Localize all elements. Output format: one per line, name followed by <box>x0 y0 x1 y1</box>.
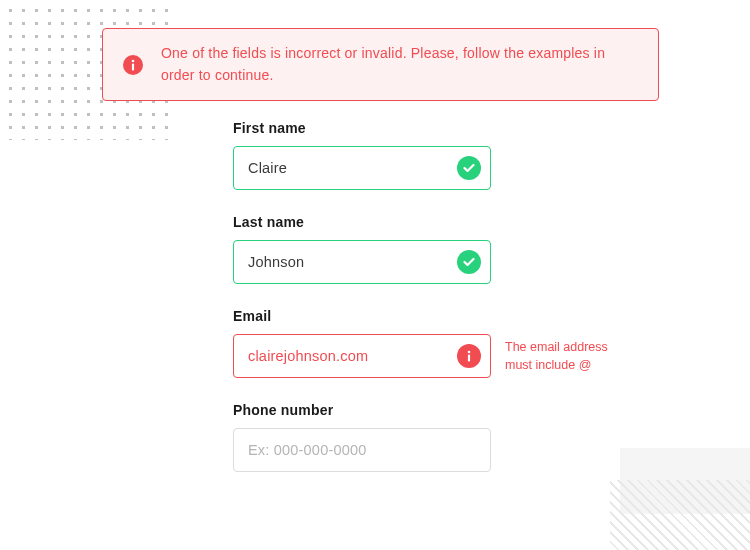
first-name-input[interactable] <box>233 146 491 190</box>
decorative-stripes <box>610 480 750 550</box>
check-icon <box>457 156 481 180</box>
info-icon <box>457 344 481 368</box>
form: First name Last name Email <box>233 120 633 496</box>
phone-label: Phone number <box>233 402 633 418</box>
field-phone: Phone number <box>233 402 633 472</box>
field-email: Email The email address must include @ <box>233 308 633 378</box>
svg-rect-3 <box>468 355 470 362</box>
check-icon <box>457 250 481 274</box>
first-name-input-wrap <box>233 146 491 190</box>
last-name-input-wrap <box>233 240 491 284</box>
email-input[interactable] <box>233 334 491 378</box>
last-name-input[interactable] <box>233 240 491 284</box>
svg-point-0 <box>132 59 135 62</box>
phone-input-wrap <box>233 428 491 472</box>
last-name-label: Last name <box>233 214 633 230</box>
email-input-wrap <box>233 334 491 378</box>
field-first-name: First name <box>233 120 633 190</box>
first-name-label: First name <box>233 120 633 136</box>
phone-input[interactable] <box>233 428 491 472</box>
email-label: Email <box>233 308 633 324</box>
alert-message: One of the fields is incorrect or invali… <box>161 43 638 86</box>
field-last-name: Last name <box>233 214 633 284</box>
email-error-message: The email address must include @ <box>505 338 635 374</box>
svg-point-2 <box>468 351 471 354</box>
svg-rect-1 <box>132 63 134 70</box>
error-alert: One of the fields is incorrect or invali… <box>102 28 659 101</box>
info-icon <box>123 55 143 75</box>
